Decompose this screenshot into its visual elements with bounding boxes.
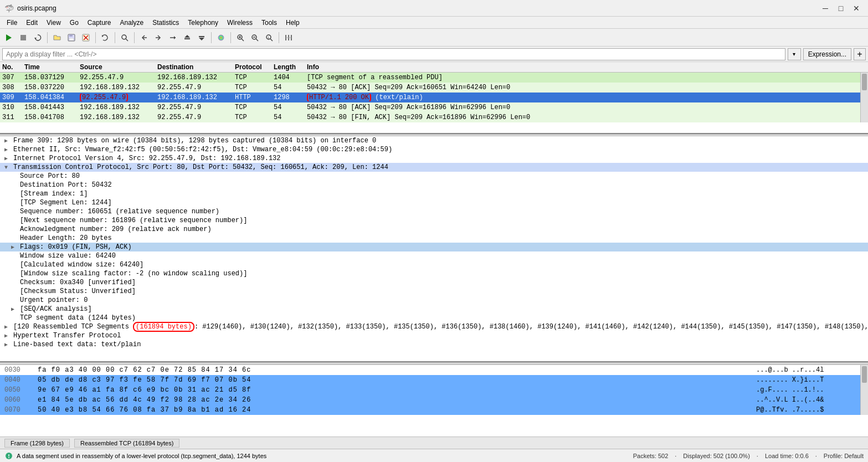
detail-row-tcp-window[interactable]: Window size value: 64240: [0, 251, 868, 260]
detail-row-line-based[interactable]: ▶ Line-based text data: text/plain: [0, 340, 868, 349]
detail-row-tcp[interactable]: ▼ Transmission Control Protocol, Src Por…: [0, 163, 868, 172]
detail-row-tcp-calc-window[interactable]: [Calculated window size: 64240]: [0, 260, 868, 269]
zoom-in-button[interactable]: [234, 31, 247, 44]
packet-row-308[interactable]: 308 158.037220 192.168.189.132 92.255.47…: [0, 83, 860, 93]
zoom-normal-button[interactable]: 1: [263, 31, 276, 44]
detail-row-tcp-urgent[interactable]: Urgent pointer: 0: [0, 296, 868, 305]
hex-scrollbar[interactable]: [860, 365, 868, 415]
toggle-tcp-flags[interactable]: ▶: [11, 244, 18, 250]
reassembled-tcp-button[interactable]: Reassembled TCP (161894 bytes): [74, 439, 179, 448]
detail-row-tcp-next-seq[interactable]: [Next sequence number: 161896 (relative …: [0, 216, 868, 225]
detail-row-tcp-seq-ack[interactable]: ▶ [SEQ/ACK analysis]: [0, 305, 868, 314]
detail-text-tcp-flags: Flags: 0x019 (FIN, PSH, ACK): [20, 243, 132, 251]
detail-row-tcp-reassembled[interactable]: ▶ [120 Reassembled TCP Segments (161894 …: [0, 322, 868, 331]
col-header-protocol: Protocol: [233, 63, 271, 71]
detail-row-tcp-segment-len[interactable]: [TCP Segment Len: 1244]: [0, 198, 868, 207]
menu-analyze[interactable]: Analyze: [116, 18, 148, 28]
close-button[interactable]: ✕: [849, 3, 864, 14]
hex-offset: 0030: [4, 366, 27, 374]
pkt-proto: TCP: [233, 114, 271, 121]
detail-row-tcp-window-scale[interactable]: [Window size scaling factor: -2 (no wind…: [0, 269, 868, 278]
detail-row-tcp-header-len[interactable]: Header Length: 20 bytes: [0, 234, 868, 243]
start-capture-button[interactable]: [2, 31, 16, 44]
menu-go[interactable]: Go: [65, 18, 83, 28]
pkt-info: 50432 → 80 [ACK] Seq=209 Ack=160651 Win=…: [305, 84, 860, 91]
save-file-button[interactable]: [65, 31, 78, 44]
resize-columns-button[interactable]: [282, 31, 295, 44]
detail-row-tcp-checksum[interactable]: Checksum: 0xa340 [unverified]: [0, 278, 868, 287]
detail-row-tcp-flags[interactable]: ▶ Flags: 0x019 (FIN, PSH, ACK): [0, 243, 868, 251]
menu-help[interactable]: Help: [281, 18, 304, 28]
expression-button[interactable]: Expression...: [803, 48, 851, 60]
packet-row-309[interactable]: 309 158.041384 92.255.47.9 192.168.189.1…: [0, 93, 860, 102]
detail-text-tcp-segment-data: TCP segment data (1244 bytes): [20, 314, 136, 322]
detail-row-tcp-dst-port[interactable]: Destination Port: 50432: [0, 181, 868, 189]
menu-edit[interactable]: Edit: [22, 18, 42, 28]
detail-row-tcp-ack[interactable]: Acknowledgment number: 209 (relative ack…: [0, 225, 868, 234]
detail-row-tcp-segment-data[interactable]: TCP segment data (1244 bytes): [0, 314, 868, 322]
open-file-button[interactable]: [50, 31, 64, 44]
menu-capture[interactable]: Capture: [83, 18, 116, 28]
svg-rect-19: [199, 36, 204, 37]
colorize-button[interactable]: [214, 31, 228, 44]
pkt-no: 310: [0, 104, 22, 111]
minimize-button[interactable]: ─: [818, 3, 833, 14]
detail-row-tcp-stream[interactable]: [Stream index: 1]: [0, 189, 868, 198]
toggle-tcp-reassembled[interactable]: ▶: [4, 324, 11, 330]
detail-text-tcp-segment-len: [TCP Segment Len: 1244]: [20, 199, 112, 207]
toggle-frame[interactable]: ▶: [4, 137, 11, 144]
detail-row-tcp-seq[interactable]: Sequence number: 160651 (relative sequen…: [0, 207, 868, 216]
display-filter-input[interactable]: [2, 48, 785, 60]
add-filter-button[interactable]: +: [854, 48, 866, 60]
scrollbar-thumb[interactable]: [862, 74, 867, 90]
detail-row-tcp-checksum-status[interactable]: [Checksum Status: Unverified]: [0, 287, 868, 296]
filter-dropdown-button[interactable]: ▾: [788, 48, 801, 60]
prev-packet-button[interactable]: [181, 31, 194, 44]
menu-tools[interactable]: Tools: [257, 18, 281, 28]
frame-bytes-button[interactable]: Frame (1298 bytes): [4, 439, 70, 448]
toggle-ipv4[interactable]: ▶: [4, 155, 11, 162]
next-packet-button[interactable]: [195, 31, 208, 44]
menu-view[interactable]: View: [42, 18, 65, 28]
goto-packet-button[interactable]: [166, 31, 179, 44]
menu-statistics[interactable]: Statistics: [148, 18, 183, 28]
packet-row-307[interactable]: 307 158.037129 92.255.47.9 192.168.189.1…: [0, 73, 860, 83]
toggle-line-based[interactable]: ▶: [4, 341, 11, 348]
toggle-ethernet[interactable]: ▶: [4, 146, 11, 153]
packet-row-311[interactable]: 311 158.041708 192.168.189.132 92.255.47…: [0, 112, 860, 122]
detail-row-ipv4[interactable]: ▶ Internet Protocol Version 4, Src: 92.2…: [0, 154, 868, 163]
packet-row-310[interactable]: 310 158.041443 192.168.189.132 92.255.47…: [0, 102, 860, 112]
pkt-proto: TCP: [233, 74, 271, 81]
hex-bytes: 05 db de d8 c3 97 f3 fe 58 7f 7d 69 f7 0…: [38, 376, 745, 384]
find-button[interactable]: [118, 31, 131, 44]
maximize-button[interactable]: □: [834, 3, 848, 14]
hex-scrollbar-thumb[interactable]: [862, 366, 867, 383]
stop-capture-button[interactable]: [17, 31, 30, 44]
close-file-button[interactable]: [79, 31, 93, 44]
toggle-tcp[interactable]: ▼: [4, 165, 11, 171]
toggle-tcp-seq-ack[interactable]: ▶: [11, 306, 18, 312]
pkt-time: 158.041384: [22, 94, 78, 101]
packet-list-scrollbar[interactable]: [860, 73, 868, 122]
detail-row-ethernet[interactable]: ▶ Ethernet II, Src: Vmware_f2:42:f5 (00:…: [0, 145, 868, 154]
detail-row-tcp-src-port[interactable]: Source Port: 80: [0, 172, 868, 181]
go-back-button[interactable]: [137, 31, 151, 44]
packet-list-rows: 307 158.037129 92.255.47.9 192.168.189.1…: [0, 73, 860, 122]
hex-row-0060: 0060 e1 84 5e db ac 56 dd 4c 49 f2 98 28…: [0, 395, 860, 405]
go-forward-button[interactable]: [152, 31, 165, 44]
menu-file[interactable]: File: [2, 18, 22, 28]
zoom-out-button[interactable]: [248, 31, 261, 44]
detail-text-tcp-next-seq: [Next sequence number: 161896 (relative …: [20, 217, 247, 224]
svg-marker-16: [184, 35, 190, 38]
restart-capture-button[interactable]: [31, 31, 44, 44]
toolbar-sep-7: [279, 32, 279, 43]
menu-telephony[interactable]: Telephony: [183, 18, 223, 28]
toggle-http[interactable]: ▶: [4, 332, 11, 339]
pkt-dst: 192.168.189.132: [155, 74, 233, 81]
reload-button[interactable]: [99, 31, 112, 44]
menu-wireless[interactable]: Wireless: [223, 18, 257, 28]
detail-row-http[interactable]: ▶ Hypertext Transfer Protocol: [0, 331, 868, 340]
svg-line-11: [126, 39, 128, 41]
pkt-proto: HTTP: [233, 94, 271, 101]
detail-row-frame[interactable]: ▶ Frame 309: 1298 bytes on wire (10384 b…: [0, 136, 868, 145]
